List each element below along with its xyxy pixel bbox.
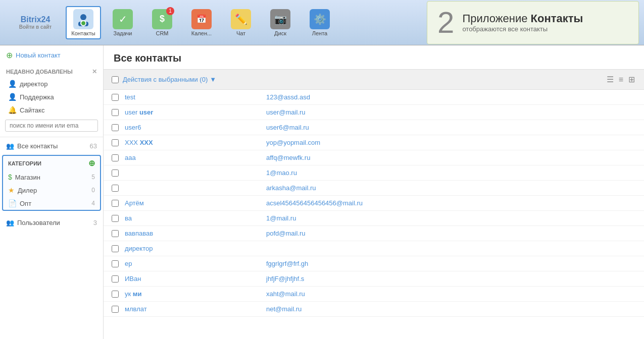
contact-row[interactable]: XXX XXXyop@yopmail.com: [104, 135, 644, 150]
contact-name-link[interactable]: ааа: [125, 154, 136, 161]
contact-checkbox[interactable]: [112, 109, 119, 116]
contact-name-link[interactable]: директор: [125, 245, 153, 252]
contact-email: arkasha@mail.ru: [266, 184, 316, 192]
contact-email: affq@mewfk.ru: [266, 154, 310, 161]
toolbar-app-crm[interactable]: $ 1 CRM: [144, 7, 180, 38]
contact-name: ааа: [125, 154, 266, 161]
action-right: ☰ ≡ ⊞: [606, 74, 636, 85]
contact-row[interactable]: user useruser@mail.ru: [104, 105, 644, 120]
contact-name: ИВан: [125, 275, 266, 282]
contact-name-link[interactable]: млвлат: [125, 305, 147, 313]
contact-checkbox[interactable]: [112, 260, 119, 267]
select-all-checkbox[interactable]: [112, 76, 119, 83]
contact-checkbox[interactable]: [112, 94, 119, 101]
category-store-label: Магазин: [15, 174, 40, 181]
bulk-action-dropdown[interactable]: Действия с выбранными (0) ▼: [123, 76, 216, 83]
app-logo[interactable]: Bitrix24 Войти в сайт: [5, 15, 66, 30]
contact-row[interactable]: ва1@mail.ru: [104, 211, 644, 226]
contact-name: ук ми: [125, 290, 266, 298]
category-opt[interactable]: 📄 Опт 4: [3, 197, 100, 210]
toolbar: Bitrix24 Войти в сайт Контакты ✓ Задачи …: [0, 0, 644, 45]
add-category-icon[interactable]: ⊕: [88, 158, 95, 168]
contact-row[interactable]: ерfggrlgrf@frf.gh: [104, 256, 644, 271]
toolbar-app-calendar[interactable]: 📅 Кален...: [184, 7, 219, 38]
new-contact-button[interactable]: ⊕ Новый контакт: [0, 45, 103, 65]
bulk-action-label: Действия с выбранными (0): [123, 76, 208, 83]
users-label: Пользователи: [17, 219, 60, 227]
calendar-app-label: Кален...: [191, 30, 212, 36]
contact-name-link[interactable]: ва: [125, 214, 132, 222]
step-indicator: 2 Приложение Контакты отображаются все к…: [427, 1, 639, 44]
compact-view-icon[interactable]: ≡: [618, 74, 624, 85]
contact-name-link[interactable]: XXX: [125, 139, 138, 146]
calendar-app-icon: 📅: [191, 9, 212, 29]
action-bar: Действия с выбранными (0) ▼ ☰ ≡ ⊞: [104, 70, 644, 90]
contact-checkbox[interactable]: [112, 154, 119, 161]
users-link[interactable]: 👥 Пользователи 3: [0, 215, 103, 231]
toolbar-app-contacts[interactable]: Контакты: [66, 6, 101, 39]
category-dealer[interactable]: ★ Дилер 0: [3, 184, 100, 197]
toolbar-app-chat[interactable]: ✏️ Чат: [223, 7, 259, 38]
chat-app-label: Чат: [236, 30, 245, 36]
search-input[interactable]: [5, 120, 98, 132]
contact-name-link[interactable]: user6: [125, 124, 141, 131]
contact-name-link[interactable]: вавпавав: [125, 230, 153, 237]
contact-email: user@mail.ru: [266, 108, 306, 116]
contact-name-link[interactable]: Артём: [125, 199, 144, 207]
contact-name-link[interactable]: ер: [125, 260, 132, 267]
toolbar-app-tasks[interactable]: ✓ Задачи: [105, 7, 140, 38]
contact-name-link[interactable]: user: [139, 108, 153, 116]
contact-checkbox[interactable]: [112, 215, 119, 222]
contact-row[interactable]: 1@mao.ru: [104, 165, 644, 181]
page-title: Все контакты: [114, 52, 634, 64]
contact-name-link[interactable]: ИВан: [125, 275, 141, 282]
category-dealer-label: Дилер: [18, 187, 37, 194]
contact-row[interactable]: test123@assd.asd: [104, 90, 644, 105]
contact-checkbox[interactable]: [112, 291, 119, 298]
contact-row[interactable]: Артёмacsel456456456456456@mail.ru: [104, 196, 644, 211]
contact-name-link[interactable]: user: [125, 108, 137, 116]
contact-name-link[interactable]: ми: [133, 290, 142, 298]
contact-checkbox[interactable]: [112, 124, 119, 131]
contact-checkbox[interactable]: [112, 275, 119, 282]
contact-row[interactable]: ук миxaht@mail.ru: [104, 287, 644, 302]
contact-row[interactable]: arkasha@mail.ru: [104, 181, 644, 196]
contact-name-link[interactable]: XXX: [140, 139, 153, 146]
contact-name-link[interactable]: test: [125, 93, 135, 101]
contact-row[interactable]: аааaffq@mewfk.ru: [104, 150, 644, 165]
main-layout: ⊕ Новый контакт НЕДАВНО ДОБАВЛЕНЫ ✕ 👤 ди…: [0, 45, 644, 339]
contact-checkbox[interactable]: [112, 170, 119, 177]
contacts-app-label: Контакты: [71, 30, 95, 36]
contact-checkbox[interactable]: [112, 230, 119, 237]
category-opt-label: Опт: [20, 200, 31, 207]
toolbar-app-feed[interactable]: ⚙️ Лента: [302, 7, 337, 38]
contact-name: user6: [125, 124, 266, 131]
contact-checkbox[interactable]: [112, 200, 119, 207]
feed-app-label: Лента: [312, 30, 327, 36]
contact-email: fggrlgrf@frf.gh: [266, 260, 308, 267]
contact-row[interactable]: вавпававpofd@mail.ru: [104, 226, 644, 241]
contact-row[interactable]: ИВанjhfjF@jhfjhf.s: [104, 271, 644, 287]
contact-checkbox[interactable]: [112, 306, 119, 313]
contact-email: yop@yopmail.com: [266, 139, 320, 146]
contact-checkbox[interactable]: [112, 245, 119, 252]
category-store[interactable]: $ Магазин 5: [3, 171, 100, 184]
remove-recent-icon[interactable]: ✕: [92, 68, 97, 75]
grid-view-icon[interactable]: ⊞: [627, 74, 636, 85]
recent-item-saitaks[interactable]: 🔔 Сайтакс: [0, 103, 103, 117]
contact-row[interactable]: млвлатnet@mail.ru: [104, 302, 644, 317]
contact-name-link[interactable]: ук: [125, 290, 131, 298]
contact-row[interactable]: директор: [104, 241, 644, 256]
recent-item-director[interactable]: 👤 директор: [0, 77, 103, 90]
contact-name: test: [125, 93, 266, 101]
contact-checkbox[interactable]: [112, 185, 119, 192]
list-view-icon[interactable]: ☰: [606, 74, 615, 85]
contact-row[interactable]: user6user6@mail.ru: [104, 120, 644, 135]
category-opt-count: 4: [91, 200, 95, 207]
recently-added-header: НЕДАВНО ДОБАВЛЕНЫ ✕: [0, 65, 103, 77]
toolbar-app-disk[interactable]: 📷 Диск: [263, 7, 298, 38]
all-contacts-link[interactable]: 👥 Все контакты 63: [0, 139, 103, 153]
contact-checkbox[interactable]: [112, 139, 119, 146]
doc-icon: 📄: [8, 199, 17, 207]
recent-item-support[interactable]: 👤 Поддержка: [0, 90, 103, 103]
